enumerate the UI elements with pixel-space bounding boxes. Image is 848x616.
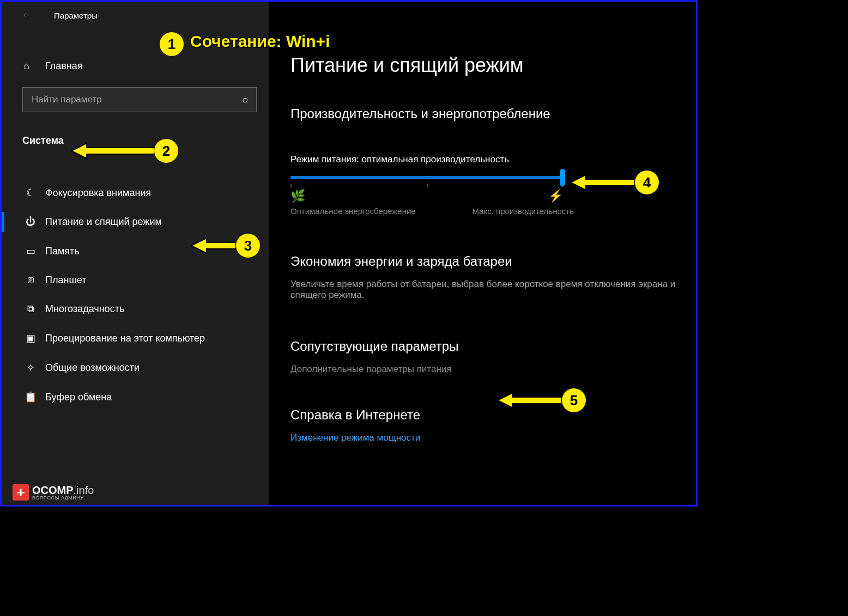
annotation-badge-1: 1 xyxy=(160,32,184,56)
search-wrap: ⌕ xyxy=(22,87,257,112)
nav-item-shared-experiences[interactable]: ✧ Общие возможности xyxy=(2,353,269,382)
leaf-icon: 🌿 xyxy=(290,189,305,203)
nav-list: ☾ Фокусировка внимания ⏻ Питание и спящи… xyxy=(2,178,269,412)
nav-label: Буфер обмена xyxy=(45,392,112,403)
battery-description: Увеличьте время работы от батареи, выбра… xyxy=(290,279,694,301)
power-icon: ⏻ xyxy=(23,216,38,228)
additional-power-link[interactable]: Дополнительные параметры питания xyxy=(290,364,696,375)
tablet-icon: ⎚ xyxy=(23,275,38,286)
power-slider[interactable] xyxy=(290,176,563,179)
svg-marker-0 xyxy=(71,143,154,158)
nav-label: Питание и спящий режим xyxy=(45,216,162,228)
lightning-icon: ⚡ xyxy=(548,189,563,203)
annotation-badge-2: 2 xyxy=(154,139,178,163)
svg-marker-2 xyxy=(571,175,635,190)
watermark: + OCOMP.info ВОПРОСЫ АДМИНУ xyxy=(13,484,94,501)
multitask-icon: ⧉ xyxy=(23,303,38,315)
watermark-tld: .info xyxy=(74,484,94,496)
main-content: Питание и спящий режим Производительност… xyxy=(269,2,696,505)
nav-label: Фокусировка внимания xyxy=(45,187,151,199)
annotation-badge-3: 3 xyxy=(236,234,260,258)
slider-label-left: Оптимальное энергосбережение xyxy=(290,206,416,216)
nav-item-focus-assist[interactable]: ☾ Фокусировка внимания xyxy=(2,178,269,208)
share-icon: ✧ xyxy=(23,362,38,374)
performance-heading: Производительность и энергопотребление xyxy=(290,106,696,121)
watermark-brand: OCOMP xyxy=(32,484,74,496)
home-icon: ⌂ xyxy=(23,60,38,72)
annotation-arrow-5 xyxy=(498,391,566,410)
annotation-badge-5: 5 xyxy=(562,388,586,412)
page-title: Питание и спящий режим xyxy=(290,54,696,77)
nav-item-projecting[interactable]: ▣ Проецирование на этот компьютер xyxy=(2,324,269,353)
search-icon[interactable]: ⌕ xyxy=(242,94,248,105)
annotation-arrow-4 xyxy=(571,173,639,192)
annotation-badge-4: 4 xyxy=(635,170,659,194)
slider-label-right: Макс. производительность xyxy=(472,206,574,216)
sidebar-home[interactable]: ⌂ Главная xyxy=(2,53,269,80)
nav-item-clipboard[interactable]: 📋 Буфер обмена xyxy=(2,382,269,412)
clipboard-icon: 📋 xyxy=(23,391,38,403)
svg-marker-1 xyxy=(191,238,236,253)
annotation-arrow-3 xyxy=(191,236,240,255)
app-title: Параметры xyxy=(54,11,98,20)
titlebar: 🡐 Параметры xyxy=(2,2,269,29)
nav-label: Память xyxy=(45,246,80,257)
change-power-mode-link[interactable]: Изменение режима мощности xyxy=(290,432,696,443)
nav-item-multitasking[interactable]: ⧉ Многозадачность xyxy=(2,295,269,324)
related-heading: Сопутствующие параметры xyxy=(290,339,696,354)
nav-item-power-sleep[interactable]: ⏻ Питание и спящий режим xyxy=(2,208,269,236)
project-icon: ▣ xyxy=(23,332,38,344)
watermark-tagline: ВОПРОСЫ АДМИНУ xyxy=(32,496,94,501)
nav-label: Многозадачность xyxy=(45,303,124,315)
battery-heading: Экономия энергии и заряда батареи xyxy=(290,254,696,269)
nav-label: Общие возможности xyxy=(45,362,140,374)
settings-window: 🡐 Параметры ⌂ Главная ⌕ Система ☾ Фокуси… xyxy=(2,2,696,505)
nav-label: Планшет xyxy=(45,275,87,286)
help-heading: Справка в Интернете xyxy=(290,407,696,423)
storage-icon: ▭ xyxy=(23,245,38,257)
search-input[interactable] xyxy=(22,87,257,112)
nav-label: Проецирование на этот компьютер xyxy=(45,333,205,344)
nav-item-tablet[interactable]: ⎚ Планшет xyxy=(2,266,269,295)
annotation-arrow-2 xyxy=(71,141,159,161)
slider-thumb[interactable] xyxy=(560,169,565,186)
back-arrow-icon[interactable]: 🡐 xyxy=(23,10,32,20)
power-mode-label: Режим питания: оптимальная производитель… xyxy=(290,154,696,165)
watermark-plus-icon: + xyxy=(13,484,29,501)
moon-icon: ☾ xyxy=(23,187,38,199)
home-label: Главная xyxy=(45,60,83,72)
annotation-text-1: Сочетание: Win+i xyxy=(190,32,330,51)
svg-marker-3 xyxy=(498,393,562,408)
